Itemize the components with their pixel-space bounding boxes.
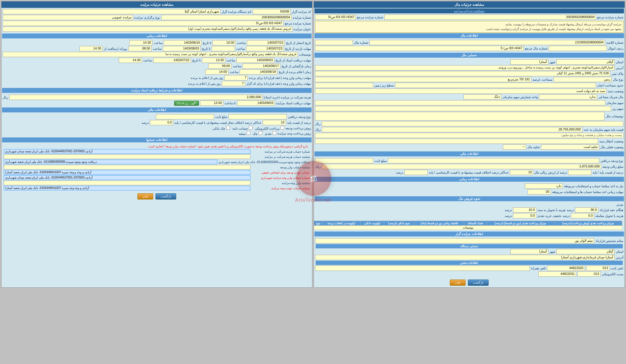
field-hesab-hazineh: آزادی-3370001-0105449537001- بانک ملی ای… [4, 149, 250, 154]
label-shenasek-variz: شناسه وارز وجه مزایده [252, 181, 310, 185]
field-daryaft-az: 1403/08/03 [236, 58, 274, 63]
label-roosh-vadieh: روش پرداخت ودیعه [285, 126, 311, 130]
left-print-button[interactable]: چاپ [450, 280, 466, 286]
label-noe-vadieh: نوع ودیعه دریافتی [600, 159, 623, 163]
label-hazineh-sherkat: هزینه شرکت در مزایده (خرید اسناد) [264, 96, 311, 99]
right-panel-title: مشاهده جزئیات مزایده [1, 1, 312, 8]
label-rial-right: ریال [3, 96, 8, 99]
account-row-3: دریافت وجود وجوه سپرده-0116982655006- با… [4, 160, 310, 164]
label-shahr-d: شهر [549, 250, 555, 254]
installment-table: میزان پرداخت نقدی (پیش پرداخت) (درصد) می… [314, 221, 622, 230]
check-chek-r[interactable] [259, 131, 262, 135]
label-hesab-vojod: دریافت وجود وجوه سپرده-0116982655006- با… [218, 160, 310, 164]
label-masahat: مساحت عرصه [533, 78, 552, 82]
right-print-button[interactable]: چاپ [137, 193, 153, 199]
label-vaziyat-sanad: وضعیت سند [608, 89, 623, 93]
label-sahm-sazman: سهم سازمان [606, 101, 623, 105]
label-hangam: هنگام عقد قرارداد [600, 208, 623, 212]
label-darsad-h: درصد [567, 208, 574, 212]
field-saeat-az: 10:30 [213, 40, 236, 45]
label-sahm-zir: سهم زیر [612, 107, 623, 111]
section-mal-info: اطلاعات مال [314, 33, 624, 38]
field-bazdid-az: 1403/07/23 [246, 46, 284, 51]
label-tel-sabt: تلفن ثابت [611, 266, 623, 270]
field-tel-code: 013 [586, 266, 609, 271]
label-hodood: حدود مساحت اعیان [597, 84, 623, 87]
section-tamas: اطلاعات تماس [316, 261, 623, 265]
label-shomareh-mz-ref: شماره مزایده مرجع [285, 22, 311, 25]
field-nam-dastgah: شهرداری استارا استان گیلا [3, 9, 220, 14]
label-shahr: شهر [549, 60, 555, 64]
label-mohlat-mafasa: مهلت زمانی اخذ مفاصا حساب ها و استعلامات… [552, 190, 623, 194]
field-sahm-sazman [315, 100, 605, 105]
col-ghest: میزان پرداخت نقدی (بین دو قسط) (درصد) [487, 221, 554, 226]
check-safte[interactable] [247, 131, 250, 135]
field-sath [315, 83, 373, 88]
label-vaziyat-mal: وضعیت فعلی مال [600, 145, 623, 149]
col-barndeh: اولویت در انتخاب برنده [322, 221, 360, 226]
label-zaman-bazgoshayi: زمان بازگشایی از تاریخ [282, 64, 311, 68]
check-naqdi[interactable] [273, 131, 276, 135]
field-tozih-right: فروش ششدانگ یک قطعه زمین واقع درآستارا/ل… [3, 52, 298, 57]
field-tabdil: 10.0 [513, 207, 536, 213]
field-hesab-odat-vadieh: آزادی و وجه و وجه سیره-0105449541007- با… [4, 170, 250, 175]
field-price-farsi: بیست و هشت میلیارد و هفتصد و پنجاه و پنج… [315, 133, 623, 138]
col-aghsat: تعداد اقساط [464, 221, 487, 226]
label-hadaksar-r: حداکثر درصد اختلاف مجاز قیمت پیشنهادی با… [174, 121, 261, 125]
label-mohlat-arz1: مهلت زمانی وارز وجه (عقد قرارداد) برای ب… [249, 76, 311, 80]
right-back-button[interactable]: بازگشت [155, 193, 176, 199]
label-sath: سطح زیر زمین [374, 84, 394, 87]
field-vaziyat-sanad: سند به نام دولت است [315, 89, 606, 94]
field-niaz-mafasa: دارد [525, 183, 563, 189]
field-radif [549, 46, 607, 51]
field-hesab-odat-vaje: آزادی و وجه وجه سیره-0105449541007- بانک… [4, 186, 250, 190]
label-shenasek-hazineh: شناسه حساب هزینه شرکت در مزایده [252, 155, 310, 158]
field-kod-mozayedehgozar: 50208 [253, 9, 291, 14]
section-nahveh-forosh: نحوه فروش مال [314, 196, 624, 201]
label-mal-ref: شماره مال مرجع [525, 47, 547, 50]
field-saeat-daryaft-ta: 14:30 [119, 58, 142, 63]
field-address-d: آستارا-میدان فرمانداری-شهرداری آستارا [315, 255, 615, 260]
field-shahr: آستارا [510, 59, 548, 65]
field-mohlat-arz1: 7 [224, 75, 248, 80]
field-shenasek-hazineh [4, 154, 250, 159]
check-zamanat[interactable] [249, 126, 252, 130]
label-radif: ردیف اموال [608, 47, 623, 50]
field-hesab-vojod: دریافت وجود وجوه سپرده-0116982655006- با… [4, 160, 217, 164]
label-base-price: قیمت پایه سهم سازمان به عدد [583, 128, 623, 132]
label-shomareh-mz: شماره مزایده [293, 16, 311, 20]
label-mablagh-sabt-r: مبلغ ثابت [215, 115, 227, 119]
agahi-btn[interactable]: آگهی روزنامه(1) [174, 101, 199, 106]
label-saeat-daryaft-ta: ساعت [143, 59, 152, 62]
field-klasseh: 2103050208000004 [369, 40, 605, 45]
check-elec[interactable] [280, 126, 284, 130]
field-hadaksar [404, 170, 428, 175]
label-naqdi-r: نقدی [265, 131, 276, 136]
label-vahid: واحد شمارش سهم سازمان [503, 95, 538, 99]
label-ta-saeat: تا ساعت [224, 101, 236, 105]
col-banki: اولویت بانکی [360, 221, 384, 226]
label-ostan: استان [616, 60, 623, 64]
vadieh-radio-group: پرداخت الکترونیکی ضمانت نامه چک بانکی [213, 126, 284, 130]
field-rozaneh: 14:30 [79, 46, 103, 51]
field-noe-vadieh [388, 158, 599, 163]
label-takhfif: تخفیف خرید نقدی [537, 214, 561, 218]
field-darsad-ghimat [568, 170, 591, 175]
field-shenasek-variz [4, 181, 250, 185]
left-panel-link[interactable]: مشاهده جزئیات مزایده [314, 8, 624, 13]
account-row-8: شماره حساب عودت وجه مزایده آزادی و وجه و… [4, 186, 310, 190]
label-tabdil: هزینه با تحویل به سند [537, 208, 565, 212]
field-hesab-variz-sh: آزادی-3370001-0105449537001- بانک ملی ای… [4, 175, 250, 180]
field-mal-type: زمین [554, 77, 612, 82]
field-mohlat-arz2: 7 [222, 81, 245, 86]
label-darsad3: درصد [396, 171, 403, 174]
field-email-code: 013 [577, 271, 601, 277]
section-zamani: اطلاعات زمانی [314, 177, 624, 182]
field-takhliye: ~ [503, 144, 526, 150]
field-bazdid-ta: 1403/08/03 [163, 46, 201, 51]
label-darsad5: درصد [505, 214, 512, 218]
check-chek[interactable] [226, 126, 230, 130]
left-back-button[interactable]: بازگشت [468, 280, 489, 286]
col-pish: میزان پرداخت نقدی (پیش پرداخت) (درصد) [554, 221, 622, 226]
label-darsad-r: درصد [142, 121, 149, 125]
